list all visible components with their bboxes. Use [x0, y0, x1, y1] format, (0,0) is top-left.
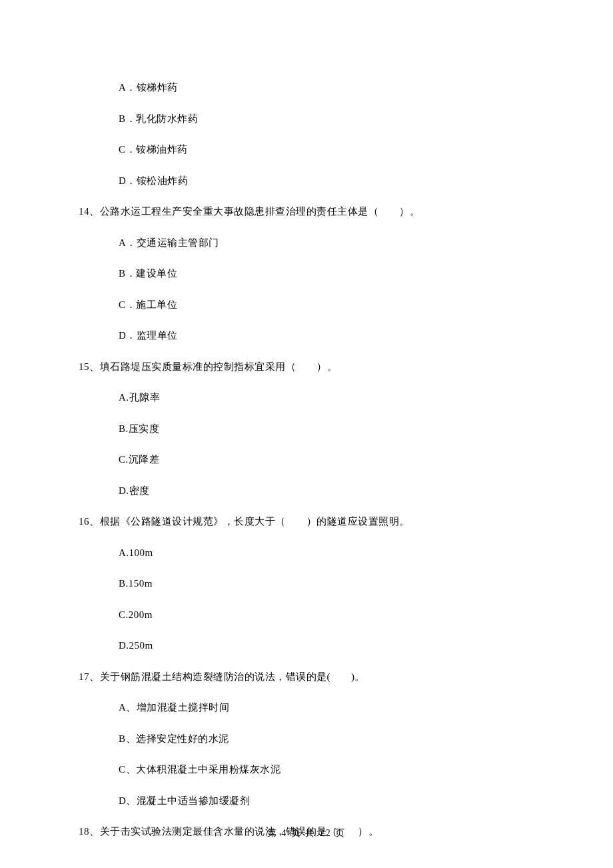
q13-option-b: B．乳化防水炸药 — [119, 111, 534, 127]
q17-option-c: C、大体积混凝土中采用粉煤灰水泥 — [119, 762, 534, 777]
q13-option-a: A．铵梯炸药 — [119, 80, 534, 95]
q17-option-b: B、选择安定性好的水泥 — [119, 731, 534, 747]
q14-option-c: C．施工单位 — [119, 297, 534, 313]
q15-stem: 15、填石路堤压实质量标准的控制指标宜采用（ ）。 — [79, 359, 534, 375]
q17-stem: 17、关于钢筋混凝土结构造裂缝防治的说法，错误的是( )。 — [79, 669, 534, 685]
q16-option-d: D.250m — [119, 638, 534, 653]
q14-option-b: B．建设单位 — [119, 266, 534, 281]
q16-option-c: C.200m — [119, 607, 534, 623]
q16-option-b: B.150m — [119, 576, 534, 591]
q16-option-a: A.100m — [119, 545, 534, 561]
page: A．铵梯炸药 B．乳化防水炸药 C．铵梯油炸药 D．铵松油炸药 14、公路水运工… — [0, 0, 613, 868]
q15-option-b: B.压实度 — [119, 421, 534, 437]
q15-option-c: C.沉降差 — [119, 452, 534, 467]
q14-option-a: A．交通运输主管部门 — [119, 235, 534, 251]
page-footer: 第 4 页 共 22 页 — [0, 826, 613, 840]
q13-option-d: D．铵松油炸药 — [119, 173, 534, 189]
q14-option-d: D．监理单位 — [119, 328, 534, 343]
q15-option-d: D.密度 — [119, 483, 534, 499]
q17-option-a: A、增加混凝土搅拌时间 — [119, 700, 534, 715]
q13-option-c: C．铵梯油炸药 — [119, 142, 534, 157]
q14-stem: 14、公路水运工程生产安全重大事故隐患排查治理的责任主体是（ ）。 — [79, 204, 534, 219]
q17-option-d: D、混凝土中适当掺加缓凝剂 — [119, 793, 534, 809]
q15-option-a: A.孔隙率 — [119, 390, 534, 405]
q16-stem: 16、根据《公路隧道设计规范》，长度大于（ ）的隧道应设置照明。 — [79, 514, 534, 529]
